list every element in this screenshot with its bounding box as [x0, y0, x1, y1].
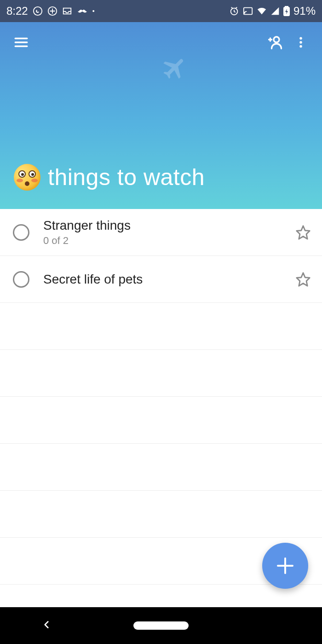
add-task-fab[interactable]	[262, 543, 308, 589]
item-checkbox[interactable]	[13, 271, 29, 288]
svg-marker-14	[297, 273, 310, 285]
inbox-icon	[62, 6, 72, 16]
empty-line	[0, 350, 322, 397]
svg-point-9	[274, 37, 279, 42]
add-person-button[interactable]	[262, 29, 288, 55]
empty-line	[0, 491, 322, 538]
item-title: Secret life of pets	[43, 272, 295, 287]
svg-rect-5	[285, 6, 288, 7]
empty-line	[0, 397, 322, 444]
svg-rect-3	[244, 8, 252, 15]
app-notification-icon	[47, 6, 58, 16]
more-options-button[interactable]	[288, 29, 314, 55]
cast-icon	[243, 6, 253, 16]
empty-line	[0, 303, 322, 350]
svg-point-12	[299, 45, 302, 48]
page-title: things to watch	[48, 164, 205, 191]
svg-point-11	[299, 41, 302, 44]
airplane-decoration-icon	[161, 54, 189, 84]
hamburger-menu-button[interactable]	[8, 29, 34, 55]
alarm-icon	[229, 6, 239, 16]
svg-point-10	[299, 37, 302, 40]
battery-charging-icon	[283, 6, 290, 16]
android-navbar	[0, 607, 322, 644]
battery-percent: 91%	[293, 5, 316, 17]
star-icon[interactable]	[295, 272, 311, 287]
signal-icon	[270, 6, 280, 16]
list-header: things to watch	[0, 22, 322, 209]
list-item[interactable]: Stranger things 0 of 2	[0, 209, 322, 256]
dot-icon: •	[92, 7, 95, 15]
whatsapp-icon	[33, 6, 43, 16]
android-statusbar: 8:22 •	[0, 0, 322, 22]
svg-marker-13	[297, 226, 310, 238]
wifi-icon	[257, 6, 267, 16]
item-title: Stranger things	[43, 218, 295, 233]
flushed-face-emoji-icon	[14, 164, 40, 191]
item-subtitle: 0 of 2	[43, 235, 295, 247]
item-checkbox[interactable]	[13, 224, 29, 241]
mustache-icon	[77, 8, 88, 14]
star-icon[interactable]	[295, 225, 311, 240]
empty-line	[0, 444, 322, 491]
nav-home-button[interactable]	[133, 621, 189, 630]
status-time: 8:22	[6, 5, 28, 17]
svg-point-0	[34, 7, 42, 15]
nav-back-button[interactable]	[40, 619, 52, 632]
list-item[interactable]: Secret life of pets	[0, 256, 322, 303]
